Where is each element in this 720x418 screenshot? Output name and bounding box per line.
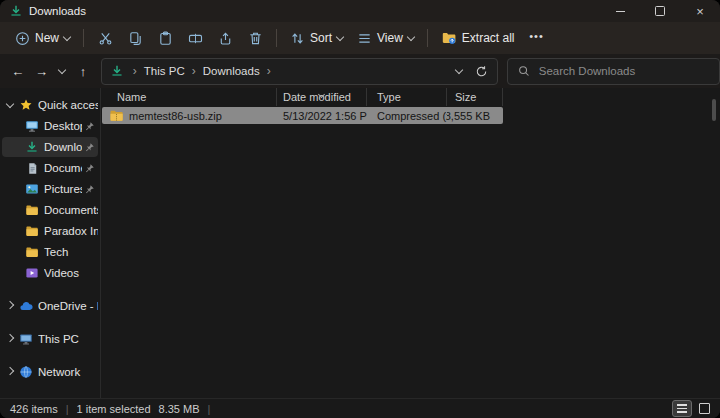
sidebar-item-downloads[interactable]: Downloads: [2, 137, 98, 157]
file-cell-name: memtest86-usb.zip: [102, 107, 277, 124]
copy-button[interactable]: [120, 25, 150, 51]
sidebar-item-this-pc[interactable]: This PC: [2, 329, 98, 349]
scissors-icon: [98, 31, 113, 46]
view-button[interactable]: View: [350, 25, 421, 51]
thispc-icon: [18, 331, 34, 347]
up-button[interactable]: ↑: [71, 59, 95, 83]
column-header-label: Type: [377, 91, 401, 103]
forward-button[interactable]: →: [30, 59, 54, 83]
command-bar: New Sort View Extract all •••: [0, 22, 720, 54]
paste-button[interactable]: [150, 25, 180, 51]
sidebar-item-documents[interactable]: Documents: [2, 200, 98, 220]
sidebar-item-pictures[interactable]: Pictures: [2, 179, 98, 199]
pin-icon: [82, 142, 96, 153]
sidebar-item-label: Desktop: [44, 120, 82, 132]
chevron-down-icon: [454, 65, 462, 73]
column-header-size[interactable]: Size: [447, 88, 503, 106]
pin-icon: [82, 184, 96, 195]
sidebar-item-label: OneDrive - Personal: [38, 300, 98, 312]
sidebar-item-label: Network: [38, 366, 98, 378]
column-header-name[interactable]: Name: [102, 88, 277, 106]
sidebar-item-documents[interactable]: Documents: [2, 158, 98, 178]
details-view-icon: [677, 404, 687, 412]
file-cell-text: 5/13/2022 1:56 PM: [283, 110, 367, 122]
trash-icon: [248, 31, 263, 46]
copy-icon: [128, 31, 143, 46]
sidebar-item-videos[interactable]: Videos: [2, 263, 98, 283]
sidebar-item-label: Videos: [44, 267, 98, 279]
sort-indicator-icon: [319, 87, 324, 99]
large-icons-view-button[interactable]: [694, 400, 714, 417]
chevron-right-icon[interactable]: [2, 305, 18, 308]
close-button[interactable]: ×: [680, 0, 720, 22]
back-button[interactable]: ←: [6, 59, 30, 83]
videos-icon: [24, 265, 40, 281]
search-input[interactable]: [537, 64, 701, 78]
view-toggles: [672, 400, 714, 417]
column-header-type[interactable]: Type: [367, 88, 447, 106]
column-headers: NameDate modifiedTypeSize: [102, 88, 503, 106]
sidebar-item-label: Paradox Interactive: [44, 225, 98, 237]
sidebar-item-label: Pictures: [44, 183, 82, 195]
breadcrumb-item-this-pc[interactable]: This PC: [142, 63, 187, 79]
sidebar-item-quick-access[interactable]: Quick access: [2, 95, 98, 115]
sidebar-item-desktop[interactable]: Desktop: [2, 116, 98, 136]
delete-button[interactable]: [240, 25, 270, 51]
view-button-label: View: [377, 31, 403, 45]
file-row-memtest86-usb-zip[interactable]: memtest86-usb.zip5/13/2022 1:56 PMCompre…: [102, 107, 503, 124]
breadcrumb-item-downloads[interactable]: Downloads: [201, 63, 262, 79]
vertical-scrollbar[interactable]: [712, 99, 716, 121]
maximize-button[interactable]: [640, 0, 680, 22]
chevron-down-icon: [407, 32, 415, 40]
address-dropdown-button[interactable]: [449, 70, 469, 73]
new-button-label: New: [35, 31, 59, 45]
sort-button[interactable]: Sort: [283, 25, 350, 51]
sidebar-item-label: Documents: [44, 204, 98, 216]
file-cell-type: Compressed (zipp...: [367, 107, 447, 124]
extract-all-button[interactable]: Extract all: [434, 25, 522, 51]
toolbar-separator: [276, 29, 277, 47]
search-box: [507, 58, 720, 85]
selection-size: 8.35 MB: [159, 403, 200, 415]
rename-icon: [188, 31, 203, 46]
navigation-pane: Quick accessDesktopDownloadsDocumentsPic…: [0, 88, 101, 398]
close-icon: ×: [696, 5, 704, 18]
sort-arrows-icon: [290, 31, 305, 46]
sidebar-item-tech[interactable]: Tech: [2, 242, 98, 262]
cut-button[interactable]: [90, 25, 120, 51]
sidebar-item-onedrive-personal[interactable]: OneDrive - Personal: [2, 296, 98, 316]
file-cell-text: Compressed (zipp...: [377, 110, 447, 122]
breadcrumb-separator: ›: [133, 64, 137, 78]
onedrive-icon: [18, 298, 34, 314]
address-bar[interactable]: › This PC › Downloads ›: [101, 58, 498, 85]
explorer-window: Downloads × New Sort View: [0, 0, 720, 418]
share-button[interactable]: [210, 25, 240, 51]
column-header-label: Name: [117, 91, 146, 103]
plus-circle-icon: [15, 31, 30, 46]
chevron-right-icon[interactable]: [2, 338, 18, 341]
toolbar-separator: [427, 29, 428, 47]
zip-folder-icon: [109, 108, 124, 123]
breadcrumb-separator: ›: [192, 64, 196, 78]
recent-locations-button[interactable]: [53, 59, 71, 83]
details-view-button[interactable]: [672, 400, 692, 417]
breadcrumb-separator: ›: [267, 64, 271, 78]
chevron-right-icon[interactable]: [2, 371, 18, 374]
downloads-icon: [9, 4, 23, 18]
sidebar-item-paradox-interactive[interactable]: Paradox Interactive: [2, 221, 98, 241]
rename-button[interactable]: [180, 25, 210, 51]
chevron-down-icon[interactable]: [2, 104, 18, 107]
status-separator: |: [66, 403, 69, 415]
sidebar-item-network[interactable]: Network: [2, 362, 98, 382]
sidebar-item-label: Quick access: [38, 99, 98, 111]
minimize-button[interactable]: [600, 0, 640, 22]
new-button[interactable]: New: [8, 25, 77, 51]
toolbar-separator: [83, 29, 84, 47]
status-separator: |: [208, 403, 211, 415]
minimize-icon: [616, 11, 625, 12]
column-header-date-modified[interactable]: Date modified: [277, 88, 367, 106]
folder-icon: [24, 244, 40, 260]
more-options-button[interactable]: •••: [522, 25, 552, 51]
refresh-button[interactable]: [469, 65, 495, 78]
extract-all-label: Extract all: [462, 31, 515, 45]
